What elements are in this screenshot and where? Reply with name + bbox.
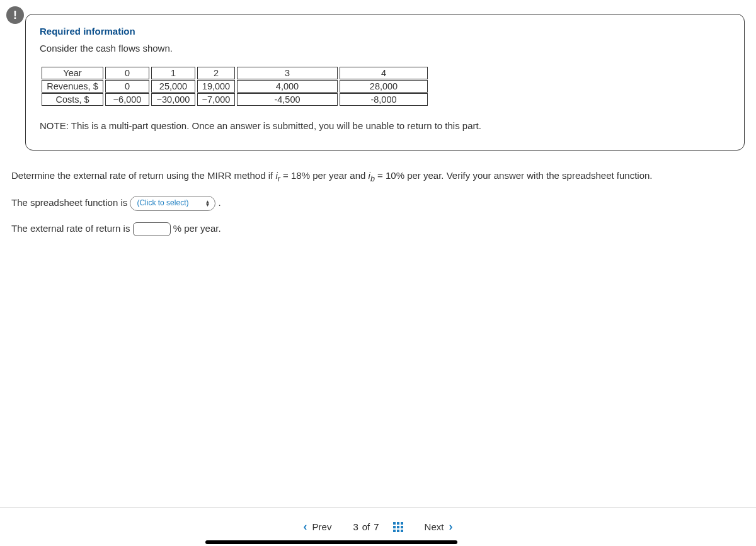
chevron-up-down-icon: ▲▼ <box>205 200 210 207</box>
cash-flow-table: Year 0 1 2 3 4 Revenues, $ 0 25,000 19,0… <box>40 66 430 106</box>
prev-label: Prev <box>312 521 332 532</box>
table-row: Costs, $ −6,000 −30,000 −7,000 -4,500 -8… <box>42 93 428 106</box>
chevron-left-icon: ‹ <box>304 520 307 533</box>
multipart-note: NOTE: This is a multi-part question. Onc… <box>40 120 730 131</box>
select-placeholder: (Click to select) <box>137 197 188 209</box>
revenues-label: Revenues, $ <box>42 80 103 93</box>
page-total: 7 <box>374 521 379 532</box>
question-prompt: Determine the external rate of return us… <box>11 168 745 185</box>
line2-pre: The external rate of return is <box>11 223 133 234</box>
rate-input[interactable] <box>133 222 171 236</box>
line1-pre: The spreadsheet function is <box>11 197 130 208</box>
revenues-4: 28,000 <box>340 80 428 93</box>
header-4: 4 <box>340 67 428 79</box>
header-3: 3 <box>237 67 338 79</box>
external-rate-line: The external rate of return is % per yea… <box>11 221 745 236</box>
function-select[interactable]: (Click to select) ▲▼ <box>130 196 215 211</box>
table-row: Year 0 1 2 3 4 <box>42 67 428 79</box>
required-info-card: Required information Consider the cash f… <box>25 14 745 151</box>
required-info-title: Required information <box>40 26 730 37</box>
page-current: 3 <box>353 521 358 532</box>
costs-1: −30,000 <box>151 93 195 106</box>
spreadsheet-function-line: The spreadsheet function is (Click to se… <box>11 195 745 211</box>
costs-3: -4,500 <box>237 93 338 106</box>
revenues-1: 25,000 <box>151 80 195 93</box>
line2-post: % per year. <box>173 223 221 234</box>
next-button[interactable]: Next › <box>417 516 461 537</box>
prev-button[interactable]: ‹ Prev <box>296 516 340 537</box>
page-indicator: 3 of 7 <box>353 521 379 532</box>
page-of: of <box>362 521 370 532</box>
chevron-right-icon: › <box>449 520 452 533</box>
line1-post: . <box>219 197 221 208</box>
next-label: Next <box>425 521 444 532</box>
alert-badge: ! <box>6 6 24 24</box>
footer-nav: ‹ Prev 3 of 7 Next › <box>0 507 756 546</box>
intro-text: Consider the cash flows shown. <box>40 43 730 54</box>
costs-0: −6,000 <box>105 93 149 106</box>
grid-icon[interactable] <box>393 522 403 532</box>
revenues-3: 4,000 <box>237 80 338 93</box>
costs-label: Costs, $ <box>42 93 103 106</box>
table-row: Revenues, $ 0 25,000 19,000 4,000 28,000 <box>42 80 428 93</box>
header-2: 2 <box>197 67 235 79</box>
header-year: Year <box>42 67 103 79</box>
revenues-0: 0 <box>105 80 149 93</box>
header-0: 0 <box>105 67 149 79</box>
scrollbar-horizontal[interactable] <box>205 540 457 544</box>
question-body: Determine the external rate of return us… <box>0 162 756 236</box>
exclamation-icon: ! <box>13 9 17 22</box>
costs-4: -8,000 <box>340 93 428 106</box>
costs-2: −7,000 <box>197 93 235 106</box>
revenues-2: 19,000 <box>197 80 235 93</box>
header-1: 1 <box>151 67 195 79</box>
